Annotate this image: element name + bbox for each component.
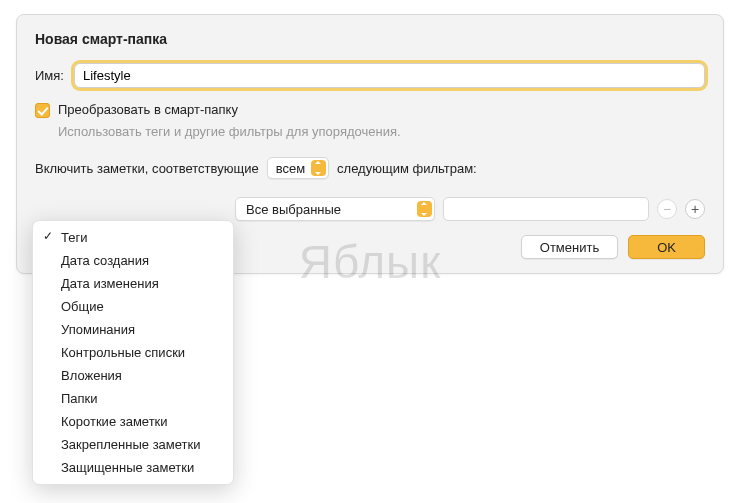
menu-item-checklists[interactable]: Контрольные списки (33, 341, 233, 364)
convert-checkbox[interactable] (35, 103, 50, 118)
add-filter-button[interactable]: + (685, 199, 705, 219)
match-value: всем (276, 161, 305, 176)
include-prefix: Включить заметки, соответствующие (35, 161, 259, 176)
menu-item-pinned[interactable]: Закрепленные заметки (33, 433, 233, 456)
convert-row: Преобразовать в смарт-папку (35, 102, 705, 118)
dialog-title: Новая смарт-папка (35, 31, 705, 47)
remove-filter-button[interactable]: − (657, 199, 677, 219)
updown-icon (311, 160, 326, 176)
menu-item-mentions[interactable]: Упоминания (33, 318, 233, 341)
filter-scope-value: Все выбранные (246, 202, 341, 217)
include-suffix: следующим фильтрам: (337, 161, 477, 176)
menu-item-created[interactable]: Дата создания (33, 249, 233, 272)
menu-item-shared[interactable]: Общие (33, 295, 233, 318)
filter-scope-popup[interactable]: Все выбранные (235, 197, 435, 221)
name-label: Имя: (35, 68, 64, 83)
filter-row: Все выбранные − + (35, 197, 705, 221)
menu-item-quick[interactable]: Короткие заметки (33, 410, 233, 433)
menu-item-tags[interactable]: Теги (33, 226, 233, 249)
name-row: Имя: (35, 63, 705, 88)
filter-type-menu[interactable]: Теги Дата создания Дата изменения Общие … (32, 220, 234, 485)
menu-item-folders[interactable]: Папки (33, 387, 233, 410)
include-row: Включить заметки, соответствующие всем с… (35, 157, 705, 179)
convert-hint: Использовать теги и другие фильтры для у… (58, 124, 705, 139)
name-input[interactable] (74, 63, 705, 88)
menu-item-modified[interactable]: Дата изменения (33, 272, 233, 295)
filter-value-input[interactable] (443, 197, 649, 221)
match-popup[interactable]: всем (267, 157, 329, 179)
convert-label[interactable]: Преобразовать в смарт-папку (58, 102, 238, 117)
cancel-button[interactable]: Отменить (521, 235, 618, 259)
ok-button[interactable]: OK (628, 235, 705, 259)
menu-item-locked[interactable]: Защищенные заметки (33, 456, 233, 479)
menu-item-attachments[interactable]: Вложения (33, 364, 233, 387)
updown-icon (417, 201, 432, 217)
